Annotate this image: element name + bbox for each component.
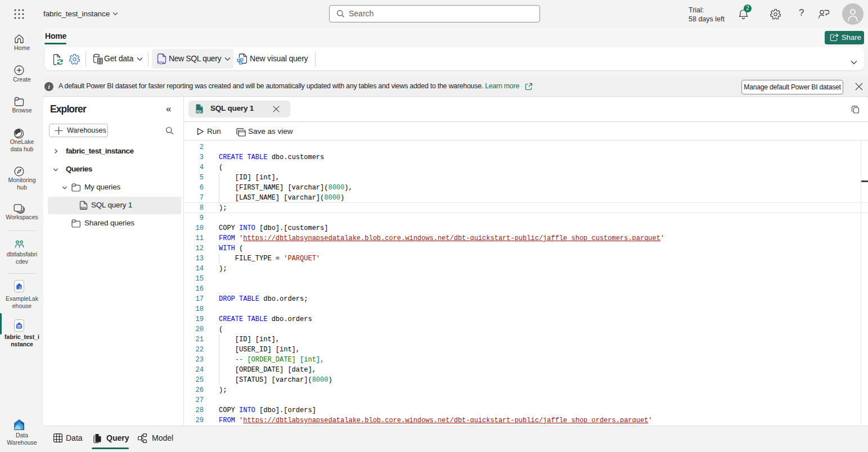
- svg-text:SQL: SQL: [80, 206, 87, 210]
- svg-text:SQL: SQL: [158, 61, 165, 65]
